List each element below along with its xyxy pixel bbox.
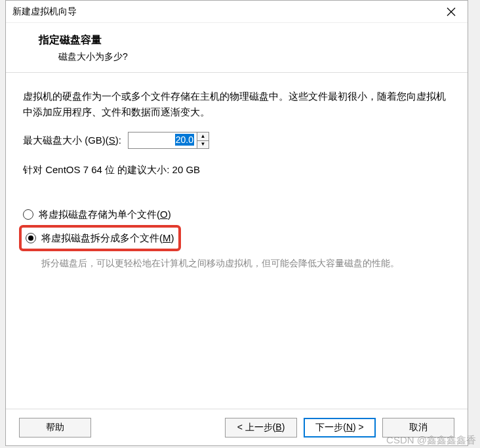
page-subtitle: 磁盘大小为多少?: [58, 51, 452, 63]
close-icon: [447, 7, 456, 16]
disk-split-radio-group: 将虚拟磁盘存储为单个文件(O) 将虚拟磁盘拆分成多个文件(M) 拆分磁盘后，可以…: [23, 204, 450, 270]
dialog-title: 新建虚拟机向导: [12, 6, 77, 18]
cancel-button[interactable]: 取消: [382, 418, 454, 438]
next-button[interactable]: 下一步(N) >: [304, 418, 376, 438]
radio-single-file[interactable]: 将虚拟磁盘存储为单个文件(O): [23, 204, 450, 225]
radio-split-files-label: 将虚拟磁盘拆分成多个文件(M): [41, 230, 174, 246]
disk-size-spinner[interactable]: 20.0 ▲ ▼: [128, 132, 209, 149]
new-vm-wizard-dialog: 新建虚拟机向导 指定磁盘容量 磁盘大小为多少? 虚拟机的硬盘作为一个或多个文件存…: [5, 0, 468, 446]
back-button[interactable]: < 上一步(B): [225, 418, 297, 438]
footer-buttons: 帮助 < 上一步(B) 下一步(N) > 取消: [6, 409, 468, 445]
close-button[interactable]: [441, 2, 461, 22]
content-area: 虚拟机的硬盘作为一个或多个文件存储在主机的物理磁盘中。这些文件最初很小，随着您向…: [6, 73, 468, 409]
spinner-buttons: ▲ ▼: [197, 132, 209, 148]
spinner-down-button[interactable]: ▼: [197, 141, 209, 149]
disk-size-label: 最大磁盘大小 (GB)(S):: [23, 132, 121, 148]
radio-icon: [23, 209, 33, 220]
description-text: 虚拟机的硬盘作为一个或多个文件存储在主机的物理磁盘中。这些文件最初很小，随着您向…: [23, 89, 450, 120]
wizard-header: 指定磁盘容量 磁盘大小为多少?: [6, 23, 468, 72]
radio-icon: [26, 233, 36, 243]
spinner-up-button[interactable]: ▲: [197, 132, 209, 141]
titlebar: 新建虚拟机向导: [6, 1, 468, 23]
highlighted-option: 将虚拟磁盘拆分成多个文件(M): [19, 225, 181, 251]
recommended-size-text: 针对 CentOS 7 64 位 的建议大小: 20 GB: [23, 162, 450, 178]
disk-size-row: 最大磁盘大小 (GB)(S): 20.0 ▲ ▼: [23, 132, 450, 149]
radio-split-files[interactable]: 将虚拟磁盘拆分成多个文件(M): [26, 229, 174, 247]
page-title: 指定磁盘容量: [39, 33, 452, 47]
help-button[interactable]: 帮助: [19, 418, 91, 438]
radio-single-file-label: 将虚拟磁盘存储为单个文件(O): [39, 207, 171, 222]
disk-size-input[interactable]: 20.0: [129, 132, 197, 148]
split-hint-text: 拆分磁盘后，可以更轻松地在计算机之间移动虚拟机，但可能会降低大容量磁盘的性能。: [41, 256, 450, 270]
